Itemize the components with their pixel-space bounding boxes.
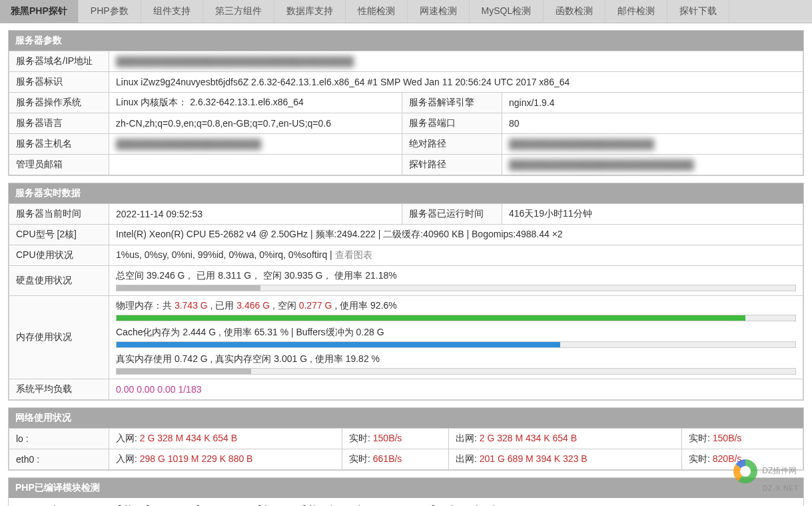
network-header: 网络使用状况	[9, 408, 803, 428]
ident-value: Linux iZwz9g24nuvyesbt6jdfs6Z 2.6.32-642…	[109, 72, 803, 93]
disk-bar-fill	[117, 285, 260, 291]
mem-cache-bar-fill	[117, 342, 560, 347]
net-row-eth0: eth0 : 入网: 298 G 1019 M 229 K 880 B 实时: …	[9, 449, 803, 470]
domain-label: 服务器域名/IP地址	[9, 51, 109, 72]
net-iface: lo :	[9, 429, 109, 449]
mem-phys-text: 物理内存：共 3.743 G , 已用 3.466 G , 空闲 0.277 G…	[116, 300, 796, 312]
host-label: 服务器主机名	[9, 134, 109, 155]
app-title: 雅黑PHP探针	[0, 0, 79, 23]
engine-label: 服务器解译引擎	[402, 93, 502, 113]
port-label: 服务器端口	[402, 113, 502, 134]
mem-cell: 物理内存：共 3.743 G , 已用 3.466 G , 空闲 0.277 G…	[109, 296, 803, 379]
net-out-rt: 实时: 820B/s	[682, 449, 803, 470]
nav-php-params[interactable]: PHP参数	[79, 0, 141, 23]
admin-value	[109, 155, 402, 175]
uptime-label: 服务器已运行时间	[402, 204, 502, 225]
modules-header: PHP已编译模块检测	[9, 478, 803, 498]
admin-label: 管理员邮箱	[9, 155, 109, 175]
ident-label: 服务器标识	[9, 72, 109, 93]
time-label: 服务器当前时间	[9, 204, 109, 225]
server-params-section: 服务器参数 服务器域名/IP地址 ███████████████████████…	[8, 30, 804, 176]
net-in: 入网: 298 G 1019 M 229 K 880 B	[109, 449, 342, 470]
net-out: 出网: 2 G 328 M 434 K 654 B	[449, 429, 682, 449]
disk-label: 硬盘使用状况	[9, 266, 109, 296]
nav-third-party[interactable]: 第三方组件	[203, 0, 274, 23]
mem-real-text: 真实内存使用 0.742 G , 真实内存空闲 3.001 G , 使用率 19…	[116, 353, 796, 365]
mem-real-bar	[116, 368, 796, 375]
net-in: 入网: 2 G 328 M 434 K 654 B	[109, 429, 342, 449]
load-value: 0.00 0.00 0.00 1/183	[109, 379, 803, 400]
engine-value: nginx/1.9.4	[502, 93, 803, 113]
disk-bar	[116, 285, 796, 291]
net-row-lo: lo : 入网: 2 G 328 M 434 K 654 B 实时: 150B/…	[9, 429, 803, 449]
nav-download[interactable]: 探针下载	[667, 0, 729, 23]
host-value: ██████████████████████	[109, 134, 402, 155]
net-in-rt: 实时: 661B/s	[342, 449, 449, 470]
cpu-use-label: CPU使用状况	[9, 245, 109, 266]
nav-perf-test[interactable]: 性能检测	[346, 0, 408, 23]
probe-label: 探针路径	[402, 155, 502, 175]
realtime-header: 服务器实时数据	[9, 183, 803, 203]
load-label: 系统平均负载	[9, 379, 109, 400]
abspath-label: 绝对路径	[402, 134, 502, 155]
mem-real-bar-fill	[117, 369, 251, 374]
mem-cache-bar	[116, 341, 796, 348]
nav-db-support[interactable]: 数据库支持	[274, 0, 346, 23]
mem-phys-bar-fill	[117, 315, 745, 321]
realtime-table: 服务器当前时间 2022-11-14 09:52:53 服务器已运行时间 416…	[9, 203, 803, 400]
time-value: 2022-11-14 09:52:53	[109, 204, 402, 225]
server-params-header: 服务器参数	[9, 31, 803, 51]
mem-label: 内存使用状况	[9, 296, 109, 379]
lang-value: zh-CN,zh;q=0.9,en;q=0.8,en-GB;q=0.7,en-U…	[109, 113, 402, 134]
disk-cell: 总空间 39.246 G， 已用 8.311 G， 空闲 30.935 G， 使…	[109, 266, 803, 296]
net-in-rt: 实时: 150B/s	[342, 429, 449, 449]
nav-component-support[interactable]: 组件支持	[141, 0, 203, 23]
cpu-use-value: 1%us, 0%sy, 0%ni, 99%id, 0%wa, 0%irq, 0%…	[109, 245, 803, 266]
top-nav: 雅黑PHP探针 PHP参数 组件支持 第三方组件 数据库支持 性能检测 网速检测…	[0, 0, 812, 23]
net-iface: eth0 :	[9, 449, 109, 470]
modules-section: PHP已编译模块检测 Core date ereg libxml openssl…	[8, 477, 804, 506]
os-label: 服务器操作系统	[9, 93, 109, 113]
probe-value: ████████████████████████████	[502, 155, 803, 175]
nav-mysql-test[interactable]: MySQL检测	[470, 0, 544, 23]
disk-text: 总空间 39.246 G， 已用 8.311 G， 空闲 30.935 G， 使…	[116, 270, 796, 282]
domain-value: ████████████████████████████████████	[109, 51, 803, 72]
nav-func-test[interactable]: 函数检测	[544, 0, 606, 23]
nav-speed-test[interactable]: 网速检测	[408, 0, 470, 23]
cpu-model-value: Intel(R) Xeon(R) CPU E5-2682 v4 @ 2.50GH…	[109, 225, 803, 245]
network-section: 网络使用状况 lo : 入网: 2 G 328 M 434 K 654 B 实时…	[8, 407, 804, 471]
realtime-section: 服务器实时数据 服务器当前时间 2022-11-14 09:52:53 服务器已…	[8, 183, 804, 401]
nav-mail-test[interactable]: 邮件检测	[606, 0, 667, 23]
net-out: 出网: 201 G 689 M 394 K 323 B	[449, 449, 682, 470]
port-value: 80	[502, 113, 803, 134]
abspath-value: ██████████████████████	[502, 134, 803, 155]
os-value: Linux 内核版本： 2.6.32-642.13.1.el6.x86_64	[109, 93, 402, 113]
cpu-model-label: CPU型号 [2核]	[9, 225, 109, 245]
lang-label: 服务器语言	[9, 113, 109, 134]
server-params-table: 服务器域名/IP地址 █████████████████████████████…	[9, 51, 803, 175]
modules-list: Core date ereg libxml openssl pcre sqlit…	[9, 498, 803, 506]
network-table: lo : 入网: 2 G 328 M 434 K 654 B 实时: 150B/…	[9, 428, 803, 470]
uptime-value: 416天19小时11分钟	[502, 204, 803, 225]
cpu-chart-link[interactable]: 查看图表	[335, 249, 372, 260]
mem-phys-bar	[116, 315, 796, 321]
mem-cache-text: Cache化内存为 2.444 G , 使用率 65.31 % | Buffer…	[116, 327, 796, 339]
net-out-rt: 实时: 150B/s	[682, 429, 803, 449]
